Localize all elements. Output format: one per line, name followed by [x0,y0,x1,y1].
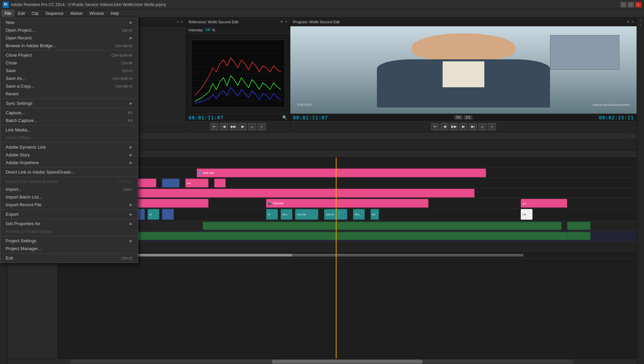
menu-open-recent[interactable]: Open Recent ▶ [0,34,138,42]
track-row-v1: MV 003 John W Joh Jo M MV1 John Wo John … [58,208,637,221]
audio-clip-a2-main[interactable] [104,232,579,240]
ref-play-stop[interactable]: ▶▶ [229,123,237,130]
bg-element [550,35,619,70]
timeline-scroll[interactable] [7,359,637,364]
menu-import-media-browser: Import from Media Browser Ctrl+Alt+I [0,178,138,185]
ref-settings-icon[interactable]: ▼ [280,20,283,24]
reference-monitor: Reference: Wolfe Second Edit ▼ ✕ Intensi… [186,18,290,132]
audio-clip-a1-main[interactable] [203,222,561,230]
ref-add-marker[interactable]: + [258,123,266,130]
close-button[interactable]: ✕ [635,2,641,7]
menu-window[interactable]: Window [86,9,107,17]
menu-bar: File Edit Clip Sequence Marker Window He… [0,9,644,18]
menu-adobe-dynamic-link[interactable]: Adobe Dynamic Link ▶ [0,143,138,151]
timeline-scrollbar[interactable] [70,360,574,364]
prog-step-back[interactable]: ◀ [441,123,449,130]
clip-v3-stetson-bug[interactable]: 🎬 stetson bug [116,189,475,198]
track-row-v4: Aeri Aer Aer [58,178,637,188]
clip-v4-small[interactable] [214,179,226,187]
menu-sequence[interactable]: Sequence [42,9,67,17]
menu-link-media[interactable]: Link Media... [0,126,138,134]
prog-play-stop[interactable]: ▶▶ [450,123,458,130]
clip-v5-website[interactable]: 🌐 web site [197,169,486,177]
prog-settings-icon[interactable]: ▼ [626,20,630,24]
panel-menu-icon[interactable]: ≡ [177,20,179,24]
ref-close-icon[interactable]: ✕ [285,20,287,24]
menu-browse-bridge[interactable]: Browse in Adobe Bridge... Ctrl+Alt+O [0,42,138,50]
audio-clip-a2-end[interactable] [567,232,590,240]
timeline-menu-icon[interactable]: ≡ [632,134,634,138]
clip-v1-john3[interactable]: John Wo [295,209,318,220]
menu-help[interactable]: Help [107,9,123,17]
clip-v1-m1[interactable]: M [266,209,278,220]
menu-section-import: Import from Media Browser Ctrl+Alt+I Imp… [0,177,138,210]
scrollbar-thumb[interactable] [272,360,423,364]
menu-save-as[interactable]: Save As... Ctrl+Shift+S [0,74,138,82]
menu-marker[interactable]: Marker [67,9,86,17]
reference-zoom-icon[interactable]: 🔍 [282,115,287,120]
clip-v1-jo[interactable]: Jo [148,209,159,220]
menu-adobe-story[interactable]: Adobe Story ▶ [0,151,138,159]
menu-import-batch-list[interactable]: Import Batch List... [0,193,138,201]
menu-close-project[interactable]: Close Project Ctrl+Shift+W [0,51,138,59]
menu-export[interactable]: Export ▶ [0,210,138,218]
menu-project-manager[interactable]: Project Manager... [0,245,138,252]
menu-section-link: Link Media... Make Offline... [0,125,138,143]
clip-v2-gra[interactable]: gra [521,199,567,208]
menu-open-project[interactable]: Open Project... Ctrl+O [0,26,138,34]
menu-edit[interactable]: Edit [14,9,28,17]
watermark-right: stetson.edu/law/admissions [592,103,630,107]
clip-v4-aer3[interactable]: Aer [185,179,208,187]
reference-transport: ⇤ ◀ ▶▶ ▶ » + [186,121,290,132]
track-row-a1: 🎵 🎵 🎵 [58,221,637,231]
clip-v4-dark1[interactable] [162,179,180,187]
menu-sync-settings[interactable]: Sync Settings ▶ [0,99,138,107]
clip-v2-vignette2[interactable]: 🎬 Vignette [266,199,428,208]
audio-clip-a1-end[interactable] [567,222,590,230]
ref-step-fwd[interactable]: ▶ [239,123,247,130]
intensity-value: 50 [205,28,210,32]
right-panel-2: 5 [640,23,641,27]
program-duration: 00:02:15:11 [599,115,634,120]
menu-save-copy[interactable]: Save a Copy... Ctrl+Alt+S [0,82,138,90]
menu-save[interactable]: Save Ctrl+S [0,67,138,74]
menu-speedgrade[interactable]: Direct Link to Adobe SpeedGrade... [0,168,138,176]
maximize-button[interactable]: □ [628,2,634,7]
menu-reveal-bridge: Reveal in Adobe Bridge... [0,228,138,235]
panel-close-icon[interactable]: ✕ [180,20,183,24]
menu-exit[interactable]: Exit Ctrl+Q [0,254,138,262]
prog-add-marker[interactable]: + [488,123,496,130]
clip-v1-mv2[interactable]: MV [371,209,379,220]
menu-batch-capture[interactable]: Batch Capture... F6 [0,117,138,124]
menu-clip[interactable]: Clip [28,9,42,17]
clip-v1-white[interactable]: Col [521,209,532,220]
clip-v1-john4[interactable]: John W [324,209,347,220]
ref-more[interactable]: » [248,123,256,130]
reference-monitor-screen [186,34,290,114]
ratio-label[interactable]: 1/2 [464,115,473,120]
fit-label[interactable]: Fit [454,115,462,120]
menu-project-settings[interactable]: Project Settings ▶ [0,237,138,245]
clip-v1-mv1c[interactable]: MV1_ [353,209,364,220]
menu-get-properties[interactable]: Get Properties for ▶ [0,220,138,228]
prog-go-next-edit[interactable]: ▶| [469,123,477,130]
prog-close-icon[interactable]: ✕ [631,20,634,24]
ref-go-prev-edit[interactable]: ⇤ [211,123,219,130]
menu-adobe-anywhere[interactable]: Adobe Anywhere ▶ [0,159,138,166]
menu-capture[interactable]: Capture... F5 [0,109,138,117]
track-content: 🌐 web site Aeri Aer Aer [58,158,637,359]
menu-import[interactable]: Import... Ctrl+I [0,185,138,193]
ref-step-back[interactable]: ◀ [220,123,228,130]
menu-new[interactable]: New ▶ [0,19,138,26]
prog-more[interactable]: » [478,123,486,130]
clip-v1-dark2[interactable] [162,209,173,220]
menu-section-capture: Capture... F5 Batch Capture... F6 [0,108,138,125]
prog-step-fwd[interactable]: ▶ [459,123,468,130]
menu-import-recent-file[interactable]: Import Recent File ▶ [0,201,138,209]
prog-go-prev-edit[interactable]: ⇤ [431,123,439,130]
menu-file[interactable]: File [1,9,14,17]
minimize-button[interactable]: ─ [620,2,626,7]
menu-revert[interactable]: Revert [0,90,138,98]
clip-v1-mv1b[interactable]: MV1 [281,209,292,220]
menu-close[interactable]: Close Ctrl+W [0,59,138,67]
